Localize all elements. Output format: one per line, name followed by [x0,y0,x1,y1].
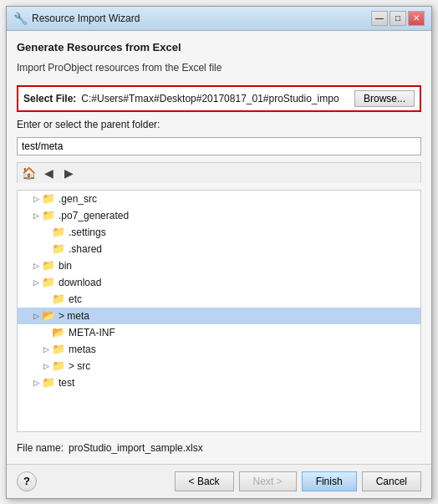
file-select-input[interactable] [81,93,349,104]
help-button[interactable]: ? [17,471,37,491]
minimize-button[interactable]: — [371,11,388,26]
tree-item-meta-inf[interactable]: 📂 META-INF [18,324,420,341]
finish-button[interactable]: Finish [302,471,357,491]
home-button[interactable]: 🏠 [19,165,38,181]
tree-label-po7: .po7_generated [59,210,129,221]
browse-button[interactable]: Browse... [354,90,415,107]
toggle-icon-meta-inf [41,328,51,338]
toggle-icon-shared [41,244,51,254]
tree-item-test[interactable]: ▷ test [18,374,420,391]
cancel-button[interactable]: Cancel [362,471,421,491]
tree-label-bin: bin [59,260,72,272]
folder-icon-settings [51,226,66,239]
folder-icon-gen-src [41,192,56,206]
toggle-icon-download: ▷ [31,277,41,288]
filename-row: File name: proStudio_import_sample.xlsx [17,442,421,454]
tree-item-settings[interactable]: .settings [18,224,420,241]
toggle-icon-po7: ▷ [31,211,41,221]
tree-label-src: > src [69,360,90,372]
maximize-button[interactable]: □ [390,11,406,26]
back-button[interactable]: ◀ [39,165,58,181]
section-title: Generate Resources from Excel [17,41,421,53]
tree-item-metas[interactable]: ▷ metas [18,341,420,358]
forward-button[interactable]: ▶ [59,165,78,181]
file-select-label: Select File: [23,93,76,104]
tree-item-meta[interactable]: ▷ 📂 > meta [18,308,420,324]
filename-value: proStudio_import_sample.xlsx [69,442,203,454]
dialog-content: Generate Resources from Excel Import Pro… [7,31,431,464]
tree-item-download[interactable]: ▷ download [18,274,420,291]
title-bar-buttons: — □ ✕ [371,11,425,26]
title-bar-text: Resource Import Wizard [32,13,366,24]
folder-icon-shared [51,242,66,256]
toggle-icon-metas: ▷ [41,344,51,354]
dialog-footer: ? < Back Next > Finish Cancel [7,464,431,498]
toggle-icon-meta: ▷ [31,311,41,321]
folder-label: Enter or select the parent folder: [17,119,421,130]
tree-label-test: test [59,377,74,389]
toggle-icon-src: ▷ [41,361,51,371]
tree-label-metas: metas [69,344,96,355]
folder-path-input[interactable] [17,137,421,155]
folder-icon-meta: 📂 [41,309,56,323]
tree-item-bin[interactable]: ▷ bin [18,257,420,274]
file-tree[interactable]: ▷ .gen_src ▷ .po7_generated .settings .s… [17,190,421,432]
folder-icon-download [41,276,56,289]
folder-icon-meta-inf: 📂 [51,326,66,339]
tree-toolbar: 🏠 ◀ ▶ [17,162,421,183]
filename-label: File name: [17,442,64,454]
folder-icon-bin [41,259,56,272]
folder-icon-test [41,376,56,389]
tree-label-shared: .shared [69,243,102,255]
toggle-icon-bin: ▷ [31,261,41,271]
tree-label-meta-inf: META-INF [69,327,115,339]
folder-icon-metas [51,343,66,356]
tree-item-po7[interactable]: ▷ .po7_generated [18,207,420,224]
tree-label-settings: .settings [69,227,106,238]
tree-item-shared[interactable]: .shared [18,241,420,257]
toggle-icon-test: ▷ [31,378,41,388]
tree-item-src[interactable]: ▷ > src [18,358,420,374]
folder-icon-etc [51,293,66,306]
tree-label-download: download [59,277,101,288]
back-button[interactable]: < Back [175,471,234,491]
section-subtitle: Import ProObject resources from the Exce… [17,62,421,74]
file-select-row: Select File: Browse... [17,85,421,112]
folder-icon-src [51,359,66,373]
close-button[interactable]: ✕ [408,11,425,26]
toggle-icon-gen-src: ▷ [31,194,41,204]
tree-item-etc[interactable]: etc [18,291,420,308]
tree-label-etc: etc [69,293,82,305]
title-bar: 🔧 Resource Import Wizard — □ ✕ [7,7,431,31]
tree-label-meta: > meta [59,310,89,322]
app-icon: 🔧 [13,12,27,25]
dialog-window: 🔧 Resource Import Wizard — □ ✕ Generate … [6,6,432,499]
next-button[interactable]: Next > [239,471,297,491]
toggle-icon-etc [41,294,51,304]
tree-item-gen-src[interactable]: ▷ .gen_src [18,191,420,207]
tree-label-gen-src: .gen_src [59,193,97,205]
toggle-icon-settings [41,227,51,237]
folder-icon-po7 [41,209,56,222]
